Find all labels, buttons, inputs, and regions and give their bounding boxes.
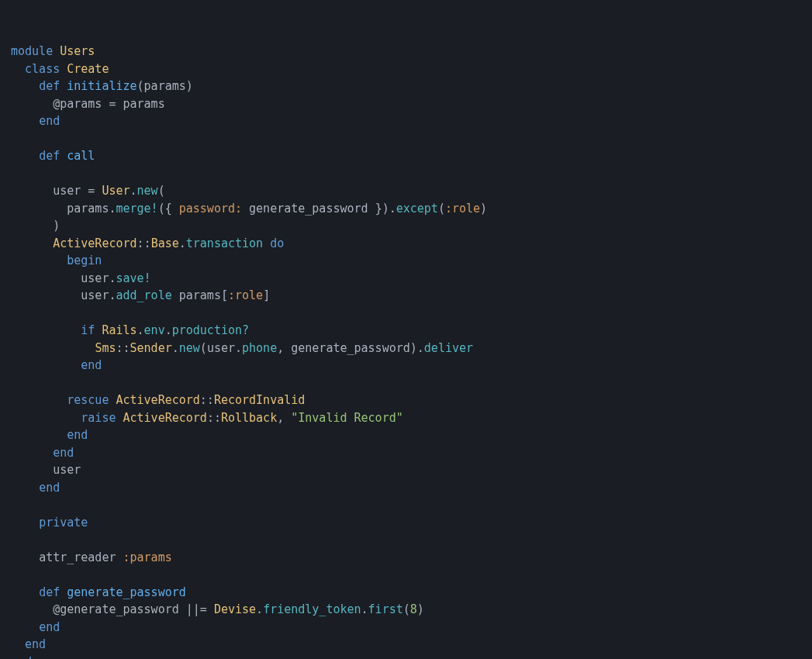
method: deliver: [424, 341, 473, 355]
dcolon: ::: [207, 411, 221, 425]
keyword: module: [11, 44, 53, 58]
paren: ): [186, 79, 193, 93]
identifier: attr_reader: [39, 550, 116, 564]
method: friendly_token: [263, 602, 361, 616]
method: merge!: [116, 202, 157, 216]
identifier: user: [53, 463, 81, 477]
paren: ): [417, 602, 424, 616]
const: Create: [67, 62, 109, 76]
brace: }: [375, 202, 382, 216]
identifier: params: [67, 202, 109, 216]
method: save!: [116, 271, 150, 285]
function-name: initialize: [67, 79, 136, 93]
paren: (: [200, 341, 207, 355]
ivar: @generate_password: [53, 602, 179, 616]
identifier: generate_password: [249, 202, 368, 216]
keyword: class: [25, 62, 60, 76]
identifier: user: [81, 288, 109, 302]
op: ||=: [186, 602, 207, 616]
keyword: end: [53, 446, 74, 460]
const: Sms: [95, 341, 116, 355]
const: Sender: [130, 341, 172, 355]
brace: {: [165, 202, 172, 216]
dot: .: [417, 341, 424, 355]
identifier: user: [53, 184, 81, 198]
method: new: [179, 341, 200, 355]
code-editor[interactable]: module Users class Create def initialize…: [11, 43, 801, 659]
const: ActiveRecord: [53, 236, 136, 250]
identifier: generate_password: [291, 341, 410, 355]
dot: .: [137, 323, 144, 337]
method: new: [137, 184, 158, 198]
param: params: [144, 79, 186, 93]
keyword: def: [39, 585, 60, 599]
function-name: generate_password: [67, 585, 186, 599]
symbol: :params: [123, 550, 172, 564]
dot: .: [165, 323, 172, 337]
keyword: end: [11, 655, 32, 660]
paren: (: [158, 184, 165, 198]
const: Rollback: [221, 411, 277, 425]
keyword: end: [39, 620, 60, 634]
dot: .: [235, 341, 242, 355]
method: transaction: [186, 236, 263, 250]
paren: (: [137, 79, 144, 93]
const: ActiveRecord: [123, 411, 207, 425]
comma: ,: [277, 341, 284, 355]
dot: .: [256, 602, 263, 616]
keyword: private: [39, 516, 88, 530]
const: Users: [60, 44, 95, 58]
op: =: [109, 97, 116, 111]
const: RecordInvalid: [214, 393, 305, 407]
const: Rails: [102, 323, 136, 337]
dcolon: ::: [200, 393, 214, 407]
keyword: raise: [81, 411, 116, 425]
keyword: def: [39, 79, 60, 93]
string: "Invalid Record": [291, 411, 403, 425]
keyword: rescue: [67, 393, 109, 407]
const: ActiveRecord: [116, 393, 199, 407]
keyword: def: [39, 149, 60, 163]
keyword: do: [270, 236, 284, 250]
dot: .: [389, 202, 396, 216]
keyword: end: [67, 428, 88, 442]
identifier: params: [123, 97, 165, 111]
keyword: end: [39, 481, 60, 495]
bracket: [: [221, 288, 228, 302]
ivar: @params: [53, 97, 102, 111]
paren: (: [403, 602, 410, 616]
keyword: if: [81, 323, 95, 337]
dcolon: ::: [137, 236, 151, 250]
const: User: [102, 184, 130, 198]
keyword: end: [39, 114, 60, 128]
identifier: user: [207, 341, 235, 355]
identifier: params: [179, 288, 221, 302]
paren: ): [382, 202, 389, 216]
method: env: [144, 323, 165, 337]
paren: (: [438, 202, 445, 216]
dot: .: [172, 341, 179, 355]
keyword: end: [25, 637, 46, 651]
dot: .: [179, 236, 186, 250]
symbol: :role: [445, 202, 480, 216]
keyword: begin: [67, 254, 102, 267]
method: first: [368, 602, 403, 616]
symbol: :role: [228, 288, 263, 302]
symbol: password:: [179, 202, 242, 216]
comma: ,: [277, 411, 284, 425]
number: 8: [410, 602, 417, 616]
op: =: [88, 184, 95, 198]
paren: ): [410, 341, 417, 355]
paren: ): [480, 202, 487, 216]
paren: (: [158, 202, 165, 216]
paren: ): [53, 219, 60, 233]
keyword: end: [81, 358, 102, 372]
dcolon: ::: [116, 341, 130, 355]
bracket: ]: [263, 288, 270, 302]
method: phone: [242, 341, 277, 355]
identifier: user: [81, 271, 109, 285]
dot: .: [361, 602, 368, 616]
dot: .: [130, 184, 137, 198]
method: production?: [172, 323, 249, 337]
const: Devise: [214, 602, 256, 616]
